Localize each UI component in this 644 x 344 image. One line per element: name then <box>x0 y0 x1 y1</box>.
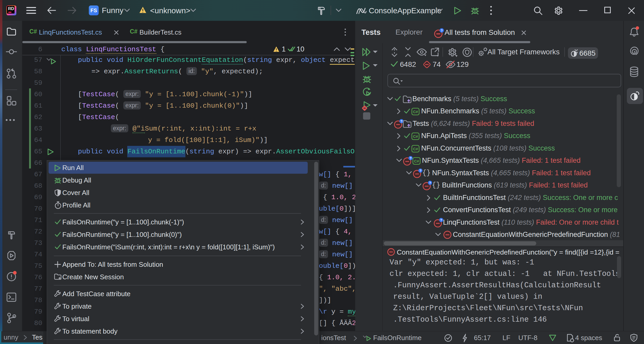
svg-text:?: ? <box>419 169 421 173</box>
svg-text:?: ? <box>429 181 431 185</box>
svg-text:C#: C# <box>413 134 418 139</box>
svg-text:?: ? <box>441 29 443 33</box>
svg-text:?: ? <box>440 218 442 222</box>
svg-text:?: ? <box>410 156 412 160</box>
svg-text:C#: C# <box>414 159 419 163</box>
svg-text:?: ? <box>400 119 403 123</box>
svg-text:C#: C# <box>413 147 418 151</box>
svg-text:C#: C# <box>413 109 418 114</box>
